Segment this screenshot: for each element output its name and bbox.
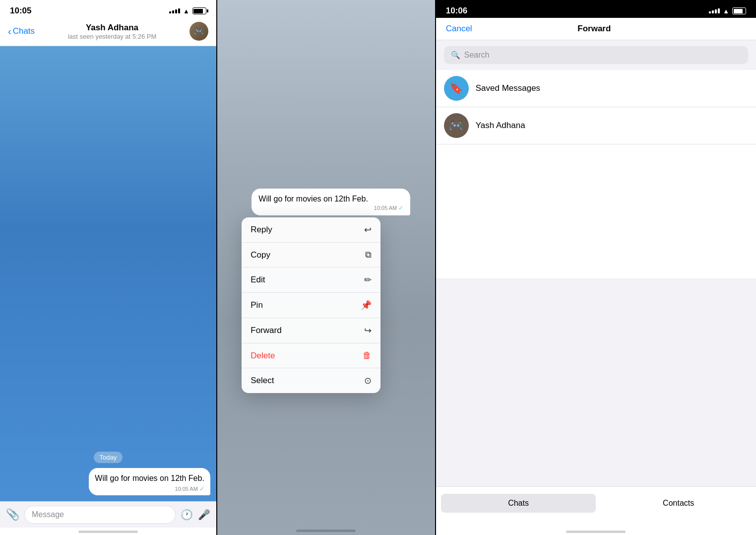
chats-tab-label: Chats — [508, 499, 529, 507]
menu-label-delete: Delete — [251, 351, 275, 361]
status-time: 10:05 — [10, 6, 31, 16]
contact-name: Yash Adhana — [68, 23, 156, 33]
context-menu-screen: Will go for movies on 12th Feb. 10:05 AM… — [217, 0, 435, 535]
user-avatar: 🎮 — [444, 113, 469, 138]
menu-item-select[interactable]: Select ⊙ — [242, 368, 380, 393]
contact-status: last seen yesterday at 5:26 PM — [68, 33, 156, 40]
message-time: 10:05 AM — [175, 486, 197, 492]
emoji-icon[interactable]: 🕐 — [181, 509, 193, 521]
message-meta: 10:05 AM ✓ — [95, 485, 204, 492]
message-container: Will go for movies on 12th Feb. 10:05 AM… — [0, 468, 216, 495]
mic-icon[interactable]: 🎤 — [198, 509, 210, 521]
input-bar: 📎 Message 🕐 🎤 — [0, 501, 216, 528]
chevron-left-icon: ‹ — [8, 26, 11, 37]
p3-status-time: 10:06 — [446, 6, 467, 16]
contact-item-saved[interactable]: 🔖 Saved Messages — [436, 70, 756, 107]
copy-icon: ⧉ — [365, 250, 372, 260]
home-bar-p2 — [296, 530, 356, 532]
p3-wifi-icon: ▲ — [723, 7, 729, 15]
contact-item-yash[interactable]: 🎮 Yash Adhana — [436, 107, 756, 144]
message-text: Will go for movies on 12th Feb. — [95, 473, 204, 484]
p3-home-bar — [566, 531, 626, 533]
tab-contacts[interactable]: Contacts — [601, 494, 756, 513]
p3-signal-icon — [709, 8, 720, 13]
saved-messages-label: Saved Messages — [476, 83, 540, 93]
user-name: Yash Adhana — [476, 121, 525, 131]
p3-status-bar: 10:06 ▲ — [436, 0, 756, 18]
tab-chats[interactable]: Chats — [441, 494, 596, 513]
blurred-check-icon: ✓ — [398, 204, 403, 211]
blurred-message-text: Will go for movies on 12th Feb. — [258, 195, 403, 203]
search-bar[interactable]: 🔍 Search — [444, 46, 748, 64]
select-icon: ⊙ — [364, 375, 372, 386]
chat-area: Today Will go for movies on 12th Feb. 10… — [0, 46, 216, 501]
blurred-message-bubble: Will go for movies on 12th Feb. 10:05 AM… — [252, 189, 410, 215]
menu-item-copy[interactable]: Copy ⧉ — [242, 243, 380, 268]
contacts-list: 🔖 Saved Messages 🎮 Yash Adhana — [436, 70, 756, 278]
message-bubble[interactable]: Will go for movies on 12th Feb. 10:05 AM… — [89, 468, 210, 495]
nav-bar: ‹ Chats Yash Adhana last seen yesterday … — [0, 18, 216, 46]
p3-home-indicator — [436, 528, 756, 535]
menu-label-edit: Edit — [251, 275, 265, 285]
menu-label-forward: Forward — [251, 326, 281, 335]
search-container: 🔍 Search — [436, 40, 756, 70]
back-button[interactable]: ‹ Chats — [8, 26, 35, 37]
attach-icon[interactable]: 📎 — [6, 508, 19, 521]
menu-item-edit[interactable]: Edit ✏ — [242, 268, 380, 293]
wifi-icon: ▲ — [183, 7, 189, 15]
p3-battery-icon — [732, 7, 746, 14]
bottom-tabs: Chats Contacts — [436, 486, 756, 528]
input-placeholder: Message — [32, 510, 64, 519]
avatar-image: 🎮 — [189, 22, 208, 41]
user-avatar-icon: 🎮 — [448, 118, 464, 134]
saved-messages-avatar: 🔖 — [444, 76, 469, 101]
status-bar: 10:05 ▲ — [0, 0, 216, 18]
menu-label-reply: Reply — [251, 225, 272, 235]
home-indicator-p2 — [296, 530, 356, 532]
forward-screen: 10:06 ▲ Cancel Forward 🔍 Search — [436, 0, 756, 535]
battery-icon — [192, 7, 206, 14]
status-icons: ▲ — [169, 7, 206, 15]
message-area: Will go for movies on 12th Feb. 10:05 AM… — [242, 189, 410, 393]
menu-label-select: Select — [251, 376, 274, 386]
reply-icon: ↩ — [364, 224, 372, 235]
p3-nav-bar: Cancel Forward — [436, 18, 756, 40]
date-divider: Today — [0, 452, 216, 463]
pin-icon: 📌 — [361, 300, 372, 311]
blurred-message-meta: 10:05 AM ✓ — [258, 204, 403, 211]
delete-icon: 🗑 — [363, 350, 372, 361]
menu-item-reply[interactable]: Reply ↩ — [242, 217, 380, 243]
home-bar — [78, 531, 138, 533]
search-icon: 🔍 — [451, 51, 460, 60]
menu-label-copy: Copy — [251, 250, 270, 260]
message-input[interactable]: Message — [24, 506, 176, 524]
menu-item-pin[interactable]: Pin 📌 — [242, 293, 380, 318]
contact-info: Yash Adhana last seen yesterday at 5:26 … — [68, 23, 156, 40]
back-label: Chats — [13, 26, 35, 36]
avatar[interactable]: 🎮 — [189, 22, 208, 41]
search-placeholder: Search — [464, 51, 490, 60]
p3-status-icons: ▲ — [709, 7, 746, 15]
chat-screen: 10:05 ▲ ‹ Chats Yash Adhana last seen ye… — [0, 0, 216, 535]
menu-label-pin: Pin — [251, 300, 263, 310]
date-badge: Today — [94, 452, 123, 463]
forward-title: Forward — [577, 24, 611, 34]
signal-icon — [169, 8, 180, 13]
contacts-tab-label: Contacts — [663, 499, 694, 507]
forward-icon: ↪ — [364, 325, 372, 336]
saved-messages-icon: 🔖 — [449, 82, 463, 95]
menu-item-delete[interactable]: Delete 🗑 — [242, 343, 380, 368]
cancel-button[interactable]: Cancel — [446, 24, 472, 34]
menu-item-forward[interactable]: Forward ↪ — [242, 318, 380, 343]
edit-icon: ✏ — [364, 274, 372, 285]
blurred-message-time: 10:05 AM — [374, 205, 397, 211]
context-menu: Reply ↩ Copy ⧉ Edit ✏ Pin 📌 Forward ↪ De… — [242, 217, 380, 393]
home-indicator — [0, 528, 216, 535]
message-check-icon: ✓ — [199, 485, 204, 492]
empty-space — [436, 278, 756, 487]
